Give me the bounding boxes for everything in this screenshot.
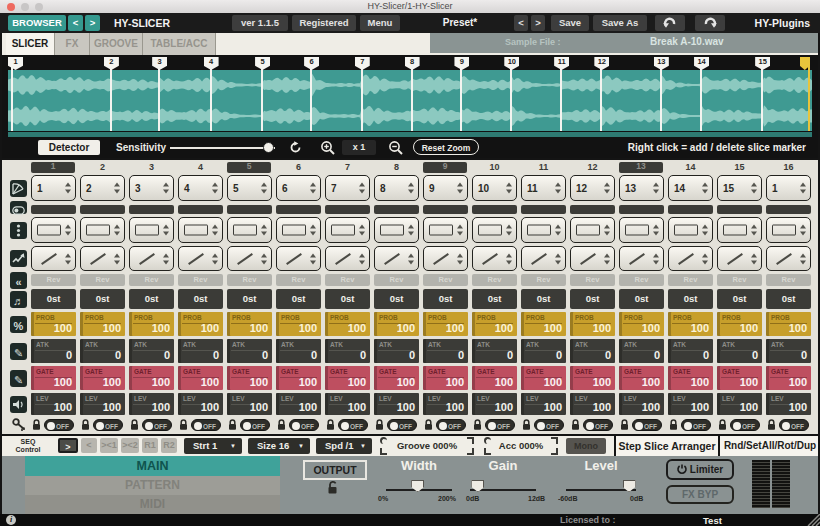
slice-number-stepper[interactable]: 6 xyxy=(276,175,321,201)
tab-main[interactable]: MAIN xyxy=(25,456,280,476)
stepper-arrows[interactable] xyxy=(702,225,708,236)
gate-cell[interactable]: GATE100 xyxy=(31,366,76,390)
fx-slot-stepper[interactable] xyxy=(521,217,566,243)
gate-cell[interactable]: GATE100 xyxy=(227,366,272,390)
stepper-arrows[interactable] xyxy=(359,253,365,264)
envelope-stepper[interactable] xyxy=(668,246,713,271)
stepper-arrows[interactable] xyxy=(359,225,365,236)
slice-number-stepper[interactable]: 13 xyxy=(619,175,664,201)
fx-slot-stepper[interactable] xyxy=(570,217,615,243)
slice-marker-flag[interactable]: 15 xyxy=(755,57,770,70)
detector-button[interactable]: Detector xyxy=(38,140,100,155)
stepper-arrows[interactable] xyxy=(212,183,218,194)
probability-cell[interactable]: PROB100 xyxy=(472,312,517,336)
level-cell[interactable]: LEV100 xyxy=(129,393,174,415)
tab-midi[interactable]: MIDI xyxy=(25,495,280,514)
probability-cell[interactable]: PROB100 xyxy=(766,312,811,336)
stepper-arrows[interactable] xyxy=(163,183,169,194)
slice-marker-flag[interactable]: 14 xyxy=(694,57,709,70)
envelope-stepper[interactable] xyxy=(80,246,125,271)
attack-cell[interactable]: ATK0 xyxy=(178,339,223,363)
stepper-arrows[interactable] xyxy=(457,253,463,264)
gate-cell[interactable]: GATE100 xyxy=(766,366,811,390)
info-icon[interactable]: i xyxy=(6,515,16,525)
level-cell[interactable]: LEV100 xyxy=(80,393,125,415)
step-on-off-toggle[interactable]: OFF xyxy=(191,419,221,431)
stepper-arrows[interactable] xyxy=(310,253,316,264)
slice-number-stepper[interactable]: 2 xyxy=(80,175,125,201)
probability-cell[interactable]: PROB100 xyxy=(129,312,174,336)
tab-pattern[interactable]: PATTERN xyxy=(25,476,280,495)
padlock-icon[interactable] xyxy=(277,419,286,431)
envelope-stepper[interactable] xyxy=(472,246,517,271)
zoom-out-icon[interactable] xyxy=(388,140,404,156)
attack-cell[interactable]: ATK0 xyxy=(472,339,517,363)
minimize-window-button[interactable] xyxy=(21,3,29,11)
padlock-icon[interactable] xyxy=(718,419,727,431)
slice-marker-flag[interactable]: 13 xyxy=(654,57,669,70)
padlock-icon[interactable] xyxy=(522,419,531,431)
slice-marker-flag[interactable]: 10 xyxy=(504,57,519,70)
step-slice-arranger-button[interactable]: Step Slice Arranger xyxy=(614,436,718,456)
gate-cell[interactable]: GATE100 xyxy=(521,366,566,390)
pitch-button[interactable]: 0st xyxy=(521,289,566,309)
gate-cell[interactable]: GATE100 xyxy=(80,366,125,390)
output-lock-icon[interactable] xyxy=(326,480,341,495)
stepper-arrows[interactable] xyxy=(604,183,610,194)
stepper-arrows[interactable] xyxy=(114,183,120,194)
level-cell[interactable]: LEV100 xyxy=(717,393,762,415)
probability-cell[interactable]: PROB100 xyxy=(668,312,713,336)
step-on-off-toggle[interactable]: OFF xyxy=(485,419,515,431)
stepper-arrows[interactable] xyxy=(310,183,316,194)
fx-slot-stepper[interactable] xyxy=(31,217,76,243)
probability-cell[interactable]: PROB100 xyxy=(80,312,125,336)
level-cell[interactable]: LEV100 xyxy=(423,393,468,415)
step-on-off-toggle[interactable]: OFF xyxy=(142,419,172,431)
stepper-arrows[interactable] xyxy=(408,253,414,264)
reverse-button[interactable]: Rev xyxy=(570,274,615,286)
stepper-arrows[interactable] xyxy=(408,183,414,194)
stepper-arrows[interactable] xyxy=(65,253,71,264)
attack-cell[interactable]: ATK0 xyxy=(374,339,419,363)
fx-bypass-button[interactable]: FX BYP xyxy=(666,485,734,504)
slice-number-stepper[interactable]: 7 xyxy=(325,175,370,201)
envelope-stepper[interactable] xyxy=(325,246,370,271)
probability-cell[interactable]: PROB100 xyxy=(521,312,566,336)
stepper-arrows[interactable] xyxy=(261,183,267,194)
padlock-icon[interactable] xyxy=(130,419,139,431)
close-window-button[interactable] xyxy=(7,3,15,11)
stepper-arrows[interactable] xyxy=(506,225,512,236)
reverse-button[interactable]: Rev xyxy=(129,274,174,286)
slice-number-stepper[interactable]: 14 xyxy=(668,175,713,201)
stepper-arrows[interactable] xyxy=(114,225,120,236)
sample-file-name[interactable]: Break A-10.wav xyxy=(650,36,724,47)
stepper-arrows[interactable] xyxy=(261,225,267,236)
acc-field[interactable]: Acc 000% xyxy=(484,437,558,455)
level-cell[interactable]: LEV100 xyxy=(31,393,76,415)
step-on-off-toggle[interactable]: OFF xyxy=(779,419,809,431)
gate-cell[interactable]: GATE100 xyxy=(423,366,468,390)
attack-cell[interactable]: ATK0 xyxy=(619,339,664,363)
fx-slot-stepper[interactable] xyxy=(717,217,762,243)
padlock-icon[interactable] xyxy=(571,419,580,431)
preset-next-button[interactable]: > xyxy=(531,15,545,31)
slice-number-stepper[interactable]: 15 xyxy=(717,175,762,201)
gate-cell[interactable]: GATE100 xyxy=(619,366,664,390)
fx-slot-stepper[interactable] xyxy=(619,217,664,243)
reverse-button[interactable]: Rev xyxy=(325,274,370,286)
pitch-button[interactable]: 0st xyxy=(31,289,76,309)
mono-button[interactable]: Mono xyxy=(566,438,606,454)
gate-cell[interactable]: GATE100 xyxy=(668,366,713,390)
pitch-button[interactable]: 0st xyxy=(80,289,125,309)
preset-name[interactable]: Preset* xyxy=(410,15,510,31)
pitch-button[interactable]: 0st xyxy=(423,289,468,309)
padlock-icon[interactable] xyxy=(375,419,384,431)
slice-number-stepper[interactable]: 9 xyxy=(423,175,468,201)
browser-button[interactable]: BROWSER xyxy=(8,15,66,31)
width-slider[interactable] xyxy=(386,489,452,491)
redo-button[interactable] xyxy=(695,15,725,31)
fx-slot-stepper[interactable] xyxy=(129,217,174,243)
stepper-arrows[interactable] xyxy=(457,225,463,236)
reverse-button[interactable]: Rev xyxy=(423,274,468,286)
step-on-off-toggle[interactable]: OFF xyxy=(93,419,123,431)
